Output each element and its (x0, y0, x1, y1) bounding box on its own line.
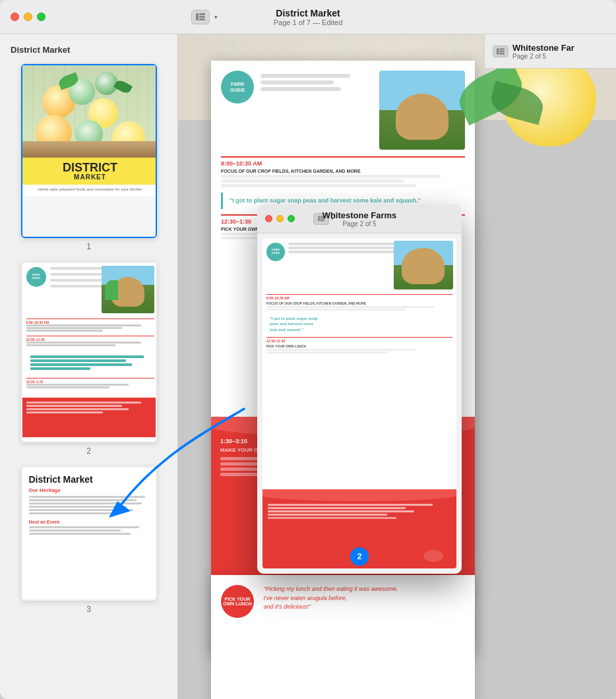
sidebar: District Market (0, 34, 178, 699)
page2-schedule: 8:00–10:30 AM 10:30–11:30 (22, 316, 157, 353)
svg-rect-1 (199, 13, 205, 15)
district-title: DISTRICT (25, 162, 156, 173)
page-thumb-img-1[interactable]: DISTRICT MARKET Home-style prepared food… (21, 64, 157, 238)
popup-titlebar: ▾ Whitestone Farms Page 2 of 5 (257, 204, 462, 233)
page2-schedule2: 12:30–1:15 (22, 375, 157, 395)
sidebar-toggle-icon (196, 13, 205, 20)
popup-page: FARMGUIDE (262, 239, 456, 568)
page2-badge-circle: FARMGUIDE (26, 267, 46, 287)
page2-footer (22, 398, 157, 437)
svg-rect-0 (196, 13, 199, 20)
popup-page-header: FARMGUIDE (262, 239, 456, 291)
right-window-title: Whitestone Far (512, 43, 574, 53)
window-subtitle: Page 1 of 7 — Edited (274, 18, 343, 26)
page-thumb-3[interactable]: District Market Our Heritage Host an Eve… (8, 466, 169, 614)
page1-image-area (22, 65, 157, 158)
svg-rect-5 (499, 48, 505, 50)
maximize-button[interactable] (37, 13, 46, 21)
right-sidebar-icon (497, 48, 505, 55)
right-tb-info: Whitestone Far Page 2 of 5 (512, 43, 574, 60)
page2-photo (102, 266, 154, 313)
page3-title: District Market (29, 474, 152, 485)
page-num-1: 1 (86, 242, 91, 251)
svg-rect-3 (199, 18, 205, 20)
popup-traffic-lights (257, 215, 295, 222)
traffic-lights (0, 13, 46, 21)
close-button[interactable] (11, 13, 19, 21)
sidebar-title: District Market (8, 45, 169, 55)
popup-window-title: Whitestone Farms (323, 210, 397, 220)
popup-window-subtitle: Page 2 of 5 (342, 220, 376, 228)
page-num-3: 3 (86, 605, 91, 614)
popup-minimize[interactable] (276, 215, 284, 222)
popup-window: ▾ Whitestone Farms Page 2 of 5 FARMGUIDE (257, 204, 462, 574)
window-title: District Market (276, 8, 340, 18)
page2-header: FARMGUIDE (22, 263, 157, 316)
district-tagline: Home-style prepared foods and necessitie… (28, 187, 153, 191)
right-tb-toggle-btn[interactable] (493, 46, 508, 57)
page3-subtitle: Our Heritage (29, 487, 152, 493)
popup-maximize[interactable] (288, 215, 295, 222)
popup-page-inner: FARMGUIDE (262, 239, 456, 568)
main-window: ▾ District Market Page 1 of 7 — Edited D… (0, 0, 616, 699)
right-window-subtitle: Page 2 of 5 (512, 53, 574, 60)
svg-rect-7 (499, 53, 505, 55)
popup-content: FARMGUIDE (257, 233, 462, 574)
page-thumb-img-2[interactable]: FARMGUIDE (21, 262, 157, 442)
page-thumb-img-3[interactable]: District Market Our Heritage Host an Eve… (21, 466, 157, 601)
svg-rect-4 (497, 48, 499, 54)
page-num-2: 2 (86, 446, 91, 456)
page1-text-area: DISTRICT MARKET Home-style prepared food… (22, 158, 157, 197)
schedule-item-3: 12:30–1:15 (26, 378, 154, 388)
page2-preview: FARMGUIDE (22, 263, 157, 441)
page3-preview: District Market Our Heritage Host an Eve… (22, 468, 157, 599)
svg-rect-2 (199, 16, 205, 18)
page1-preview: DISTRICT MARKET Home-style prepared food… (22, 65, 157, 237)
right-window-bar: Whitestone Far Page 2 of 5 (484, 34, 616, 69)
svg-rect-6 (499, 50, 505, 52)
page-thumb-2[interactable]: FARMGUIDE (8, 262, 169, 456)
popup-page-badge: 2 (350, 547, 369, 566)
popup-close[interactable] (265, 215, 272, 222)
title-bar: ▾ District Market Page 1 of 7 — Edited (0, 0, 616, 34)
page-thumb-1[interactable]: DISTRICT MARKET Home-style prepared food… (8, 64, 169, 251)
minimize-button[interactable] (24, 13, 32, 21)
market-subtitle: MARKET (25, 173, 156, 181)
popup-title-center: Whitestone Farms Page 2 of 5 (323, 210, 397, 228)
page2-quote (26, 353, 154, 373)
view-toggle-chevron[interactable]: ▾ (212, 14, 219, 20)
page3-body-lines (29, 496, 152, 514)
canvas-next-page: PICK YOUROWN LUNCH "Picking my lunch and… (211, 575, 475, 699)
page3-event-label: Host an Event (29, 520, 152, 524)
sidebar-toggle-button[interactable] (191, 10, 210, 24)
popup-page-body: 8:00–10:30 AM FOCUS OF OUR CROP FIELDS, … (262, 291, 456, 489)
view-toggle: ▾ (191, 10, 219, 24)
schedule-item-2: 10:30–11:30 (26, 336, 154, 346)
title-center: District Market Page 1 of 7 — Edited (274, 8, 343, 26)
svg-rect-8 (318, 216, 320, 222)
schedule-item-1: 8:00–10:30 AM (26, 319, 154, 332)
